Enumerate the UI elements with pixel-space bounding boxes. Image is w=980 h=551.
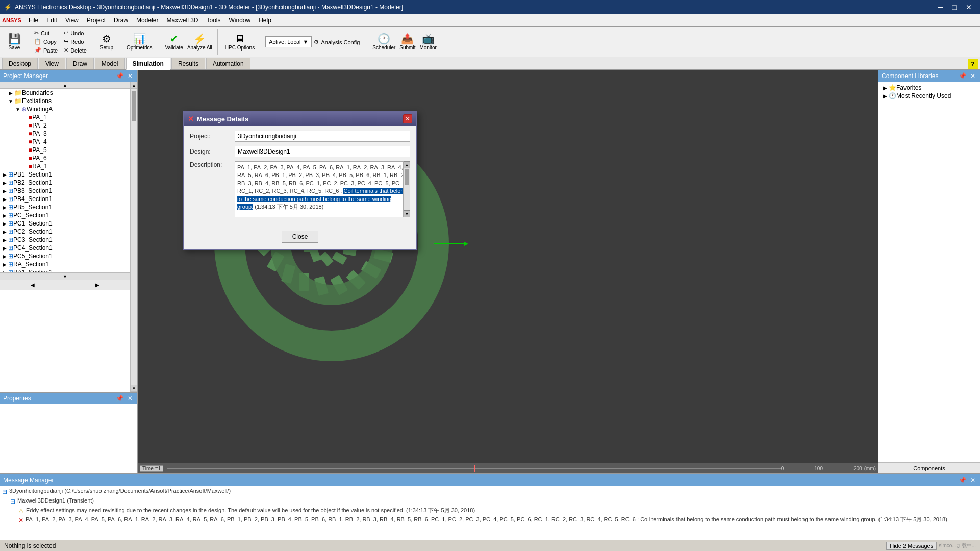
scroll-track[interactable] [131,123,137,385]
scheduler-button[interactable]: 🕐 Scheduler [370,32,397,52]
design-input[interactable] [235,146,410,157]
tab-automation[interactable]: Automation [206,58,250,69]
submit-icon: 📤 [401,33,414,45]
paste-button[interactable]: 📌 Paste [32,46,60,54]
menu-draw[interactable]: Draw [110,16,132,25]
setup-icon: ⚙ [102,33,111,45]
tree-item-pb1[interactable]: ▶ ⊞ PB1_Section1 [0,170,130,179]
scroll-thumb[interactable] [132,91,136,121]
tree-item-pa2[interactable]: ■ PA_2 [0,121,130,130]
components-tab[interactable]: Components [878,462,980,473]
tab-view[interactable]: View [39,58,65,69]
hide-messages-button[interactable]: Hide 2 Messages [886,542,937,550]
tab-simulation[interactable]: Simulation [126,58,170,70]
tree-item-boundaries[interactable]: ▶ 📁 Boundaries [0,89,130,97]
pin-button[interactable]: 📌 [114,72,125,80]
tree-item-pc1[interactable]: ▶ ⊞ PC1_Section1 [0,219,130,228]
tree-item-ra1s[interactable]: ▶ ⊞ RA1_Section1 [0,268,130,272]
hpc-button[interactable]: 🖥 HPC Options [223,32,257,52]
scroll-up-arrow[interactable]: ▲ [131,82,137,89]
menu-file[interactable]: File [24,16,42,25]
optimetrics-button[interactable]: 📊 Optimetrics [124,32,155,52]
title-bar-controls[interactable]: ─ □ ✕ [934,2,976,12]
tree-item-pb5[interactable]: ▶ ⊞ PB5_Section1 [0,203,130,211]
tree-item-excitations[interactable]: ▼ 📁 Excitations [0,97,130,105]
active-group: Active: Local ▼ ⚙ Analysis Config [262,29,365,55]
dialog-close-x-button[interactable]: ✕ [403,114,412,123]
properties-pin-button[interactable]: 📌 [114,394,125,403]
close-button[interactable]: ✕ [962,2,976,12]
tree-item-pa6[interactable]: ■ PA_6 [0,154,130,162]
tree-item-pa4[interactable]: ■ PA_4 [0,138,130,146]
undo-button[interactable]: ↩ Undo [62,29,89,37]
tab-draw[interactable]: Draw [66,58,94,69]
project-input[interactable] [235,131,410,142]
tree-item-pb4[interactable]: ▶ ⊞ PB4_Section1 [0,195,130,203]
tab-results[interactable]: Results [171,58,205,69]
tree-item-ra1[interactable]: ■ RA_1 [0,162,130,170]
nav-right-button[interactable]: ▶ [65,280,131,290]
msg-pin-button[interactable]: 📌 [957,476,968,484]
tree-item-ra[interactable]: ▶ ⊞ RA_Section1 [0,260,130,268]
menu-project[interactable]: Project [83,16,110,25]
tree-item-pc5[interactable]: ▶ ⊞ PC5_Section1 [0,252,130,260]
tree-item-pa5[interactable]: ■ PA_5 [0,146,130,154]
menu-view[interactable]: View [61,16,83,25]
description-label: Description: [190,161,231,168]
recently-used-item[interactable]: ▶ 🕐 Most Recently Used [881,92,978,100]
menu-maxwell[interactable]: Maxwell 3D [162,16,202,25]
description-textarea[interactable]: PA_1, PA_2, PA_3, PA_4, PA_5, PA_6, RA_1… [235,161,410,217]
comp-pin-button[interactable]: 📌 [957,72,968,80]
panel-close-button[interactable]: ✕ [126,72,134,80]
scroll-down-button[interactable]: ▼ [0,272,130,280]
tree-item-pc3[interactable]: ▶ ⊞ PC3_Section1 [0,236,130,244]
desc-scroll-down[interactable]: ▼ [404,210,410,217]
comp-close-button[interactable]: ✕ [969,72,977,80]
menu-tools[interactable]: Tools [202,16,224,25]
cad-viewport[interactable]: ✕ Message Details ✕ Project: Design: [138,70,878,473]
close-button[interactable]: Close [282,231,319,243]
tree-item-windinga[interactable]: ▼ ⊕ WindingA [0,105,130,113]
delete-button[interactable]: ✕ Delete [62,46,89,54]
tree-item-pa3[interactable]: ■ PA_3 [0,130,130,138]
desc-scroll-thumb[interactable] [405,169,409,185]
analyze-all-button[interactable]: ⚡ Analyze All [185,32,214,52]
menu-window[interactable]: Window [225,16,255,25]
scroll-down-arrow[interactable]: ▼ [131,385,137,392]
menu-modeler[interactable]: Modeler [132,16,162,25]
monitor-button[interactable]: 📺 Monitor [417,32,438,52]
msg-close-button[interactable]: ✕ [969,476,977,484]
setup-button[interactable]: ⚙ Setup [97,32,116,52]
tree-item-pa1[interactable]: ■ PA_1 [0,113,130,121]
help-button[interactable]: ? [968,59,978,69]
tree-item-pc4[interactable]: ▶ ⊞ PC4_Section1 [0,244,130,252]
tree-item-pc2[interactable]: ▶ ⊞ PC2_Section1 [0,228,130,236]
cut-button[interactable]: ✂ Cut [32,29,60,37]
validate-button[interactable]: ✔ Validate [163,32,185,52]
favorites-item[interactable]: ▶ ⭐ Favorites [881,84,978,92]
nav-left-button[interactable]: ◀ [0,280,65,290]
minimize-button[interactable]: ─ [934,2,947,12]
active-dropdown[interactable]: Active: Local ▼ [265,36,312,47]
expand-icon: ▶ [7,90,14,96]
maximize-button[interactable]: □ [948,2,961,12]
description-scrollbar[interactable]: ▲ ▼ [403,161,410,217]
node-icon: ⊞ [8,204,13,211]
tree-item-pb3[interactable]: ▶ ⊞ PB3_Section1 [0,187,130,195]
favorites-icon: ⭐ [889,84,896,91]
tree-item-pb2[interactable]: ▶ ⊞ PB2_Section1 [0,179,130,187]
tab-desktop[interactable]: Desktop [2,58,38,69]
tree-scrollbar[interactable]: ▲ ▼ [130,82,137,392]
analysis-config-button[interactable]: ⚙ Analysis Config [312,38,362,46]
submit-button[interactable]: 📤 Submit [397,32,417,52]
menu-edit[interactable]: Edit [42,16,61,25]
desc-scroll-up[interactable]: ▲ [404,161,410,168]
redo-button[interactable]: ↪ Redo [62,38,89,45]
save-button[interactable]: 💾 Save [5,32,23,52]
tab-model[interactable]: Model [95,58,125,69]
copy-button[interactable]: 📋 Copy [32,38,60,45]
menu-help[interactable]: Help [255,16,275,25]
scroll-up-button[interactable]: ▲ [0,82,130,89]
tree-item-pc[interactable]: ▶ ⊞ PC_Section1 [0,211,130,219]
properties-close-button[interactable]: ✕ [126,394,134,403]
